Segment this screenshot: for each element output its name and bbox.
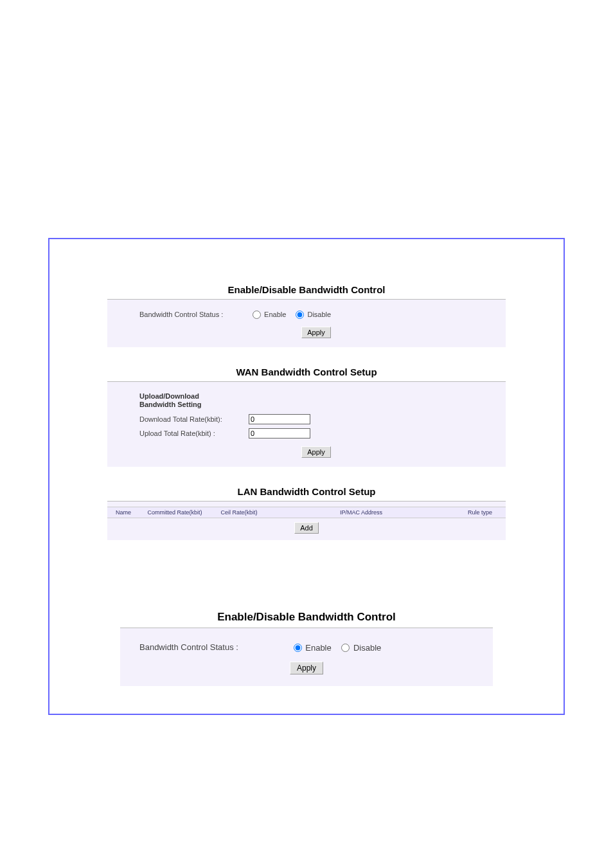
wan-header: WAN Bandwidth Control Setup bbox=[107, 360, 506, 382]
lan-table-header: Name Committed Rate(kbit) Ceil Rate(kbit… bbox=[107, 507, 506, 518]
upload-input[interactable] bbox=[249, 428, 310, 439]
content-frame: Enable/Disable Bandwidth Control Bandwid… bbox=[48, 238, 565, 715]
second-panel: Enable/Disable Bandwidth Control Bandwid… bbox=[120, 604, 493, 686]
lan-header: LAN Bandwidth Control Setup bbox=[107, 480, 506, 502]
status-controls: Enable Disable bbox=[249, 310, 493, 319]
add-row: Add bbox=[107, 518, 506, 535]
download-input[interactable] bbox=[249, 414, 310, 424]
enable-disable-title: Enable/Disable Bandwidth Control bbox=[107, 284, 506, 295]
enable-radio-label-2: Enable bbox=[305, 643, 331, 653]
wan-body: Upload/DownloadBandwidth Setting Downloa… bbox=[107, 382, 506, 467]
apply-row-2: Apply bbox=[139, 442, 493, 459]
enable-disable-title-2: Enable/Disable Bandwidth Control bbox=[120, 611, 493, 624]
wan-title: WAN Bandwidth Control Setup bbox=[107, 366, 506, 377]
page: Enable/Disable Bandwidth Control Bandwid… bbox=[0, 0, 613, 868]
col-ruletype: Rule type bbox=[454, 509, 506, 516]
enable-radio-2[interactable] bbox=[294, 644, 302, 652]
disable-radio-label: Disable bbox=[307, 311, 331, 318]
add-button[interactable]: Add bbox=[294, 522, 319, 534]
enable-disable-body-2: Bandwidth Control Status : Enable Disabl… bbox=[120, 628, 493, 686]
wan-subheading: Upload/DownloadBandwidth Setting bbox=[139, 392, 493, 409]
lan-title: LAN Bandwidth Control Setup bbox=[107, 486, 506, 497]
lan-body: Name Committed Rate(kbit) Ceil Rate(kbit… bbox=[107, 502, 506, 540]
disable-radio-label-2: Disable bbox=[353, 643, 381, 653]
status-row-2: Bandwidth Control Status : Enable Disabl… bbox=[139, 642, 474, 653]
apply-button-2[interactable]: Apply bbox=[301, 446, 331, 458]
apply-button-1[interactable]: Apply bbox=[301, 327, 331, 338]
status-label: Bandwidth Control Status : bbox=[139, 311, 249, 318]
enable-disable-header-2: Enable/Disable Bandwidth Control bbox=[120, 604, 493, 628]
status-row: Bandwidth Control Status : Enable Disabl… bbox=[139, 310, 493, 319]
col-name: Name bbox=[107, 509, 139, 516]
enable-radio[interactable] bbox=[253, 311, 261, 319]
spacer bbox=[107, 540, 506, 592]
inner-content: Enable/Disable Bandwidth Control Bandwid… bbox=[49, 239, 564, 699]
download-row: Download Total Rate(kbit): bbox=[139, 414, 493, 424]
col-ipmac: IP/MAC Address bbox=[268, 509, 454, 516]
apply-button-3[interactable]: Apply bbox=[290, 662, 323, 674]
enable-disable-body: Bandwidth Control Status : Enable Disabl… bbox=[107, 300, 506, 347]
status-label-2: Bandwidth Control Status : bbox=[139, 642, 287, 652]
upload-row: Upload Total Rate(kbit) : bbox=[139, 428, 493, 439]
disable-radio-2[interactable] bbox=[341, 644, 350, 652]
upload-label: Upload Total Rate(kbit) : bbox=[139, 429, 249, 437]
disable-radio[interactable] bbox=[296, 311, 304, 319]
enable-radio-label: Enable bbox=[264, 311, 286, 318]
enable-disable-header: Enable/Disable Bandwidth Control bbox=[107, 278, 506, 300]
col-ceil: Ceil Rate(kbit) bbox=[210, 509, 268, 516]
download-label: Download Total Rate(kbit): bbox=[139, 415, 249, 423]
apply-row-3: Apply bbox=[139, 653, 474, 676]
col-committed: Committed Rate(kbit) bbox=[139, 509, 210, 516]
apply-row-1: Apply bbox=[139, 323, 493, 339]
